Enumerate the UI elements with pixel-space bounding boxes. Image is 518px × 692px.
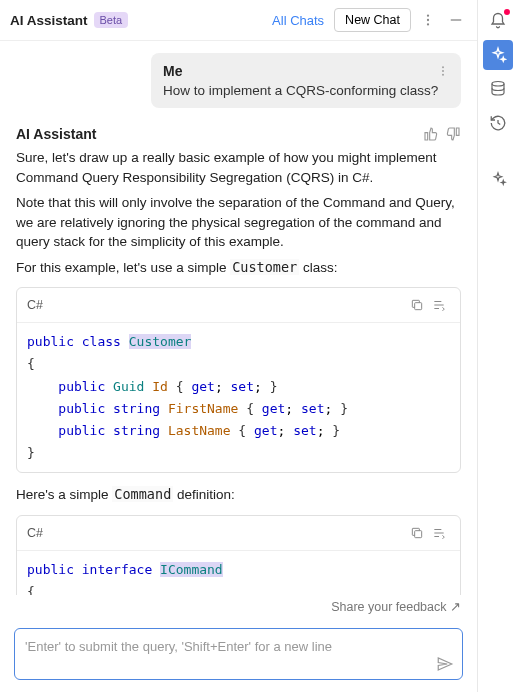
message-more-icon[interactable] — [437, 65, 449, 77]
app-title: AI Assistant — [10, 13, 88, 28]
svg-point-2 — [427, 23, 429, 25]
svg-point-0 — [427, 14, 429, 16]
chat-input[interactable]: 'Enter' to submit the query, 'Shift+Ente… — [14, 628, 463, 680]
send-icon[interactable] — [436, 655, 454, 673]
ai-para-2: Note that this will only involve the sep… — [16, 193, 461, 252]
code-block-2: C# public interface ICommand { — [16, 515, 461, 596]
chat-body: Me How to implement a CQRS-conforming cl… — [0, 41, 477, 595]
sparkle-icon[interactable] — [483, 164, 513, 194]
user-text: How to implement a CQRS-conforming class… — [163, 83, 449, 98]
notification-dot — [504, 9, 510, 15]
code-block-1: C# public class Customer { public Guid I… — [16, 287, 461, 473]
right-sidebar — [478, 0, 518, 692]
ai-assistant-icon[interactable] — [483, 40, 513, 70]
ai-para-4: Here's a simple Command definition: — [16, 485, 461, 505]
database-icon[interactable] — [483, 74, 513, 104]
main-panel: AI Assistant Beta All Chats New Chat Me … — [0, 0, 478, 692]
feedback-link[interactable]: Share your feedback ↗ — [0, 595, 477, 620]
all-chats-link[interactable]: All Chats — [272, 13, 324, 28]
insert-icon[interactable] — [428, 294, 450, 316]
more-icon[interactable] — [417, 9, 439, 31]
input-placeholder: 'Enter' to submit the query, 'Shift+Ente… — [25, 639, 332, 654]
minimize-icon[interactable] — [445, 9, 467, 31]
header: AI Assistant Beta All Chats New Chat — [0, 0, 477, 41]
svg-point-5 — [442, 70, 444, 72]
svg-rect-11 — [415, 530, 422, 537]
copy-icon[interactable] — [406, 522, 428, 544]
code-body-2: public interface ICommand { — [17, 551, 460, 596]
new-chat-button[interactable]: New Chat — [334, 8, 411, 32]
thumbs-down-icon[interactable] — [445, 126, 461, 142]
svg-rect-7 — [415, 303, 422, 310]
code-body-1: public class Customer { public Guid Id {… — [17, 323, 460, 472]
notifications-icon[interactable] — [483, 6, 513, 36]
ai-name: AI Assistant — [16, 126, 96, 142]
user-name: Me — [163, 63, 182, 79]
svg-point-4 — [442, 66, 444, 68]
ai-para-3: For this example, let's use a simple Cus… — [16, 258, 461, 278]
svg-point-6 — [442, 74, 444, 76]
svg-point-1 — [427, 19, 429, 21]
ai-para-1: Sure, let's draw up a really basic examp… — [16, 148, 461, 187]
user-message: Me How to implement a CQRS-conforming cl… — [151, 53, 461, 108]
ai-message: AI Assistant Sure, let's draw up a reall… — [16, 126, 461, 595]
copy-icon[interactable] — [406, 294, 428, 316]
code-lang: C# — [27, 526, 43, 540]
input-area: 'Enter' to submit the query, 'Shift+Ente… — [0, 620, 477, 692]
svg-point-15 — [492, 82, 504, 87]
insert-icon[interactable] — [428, 522, 450, 544]
history-icon[interactable] — [483, 108, 513, 138]
code-lang: C# — [27, 298, 43, 312]
beta-badge: Beta — [94, 12, 129, 28]
thumbs-up-icon[interactable] — [423, 126, 439, 142]
